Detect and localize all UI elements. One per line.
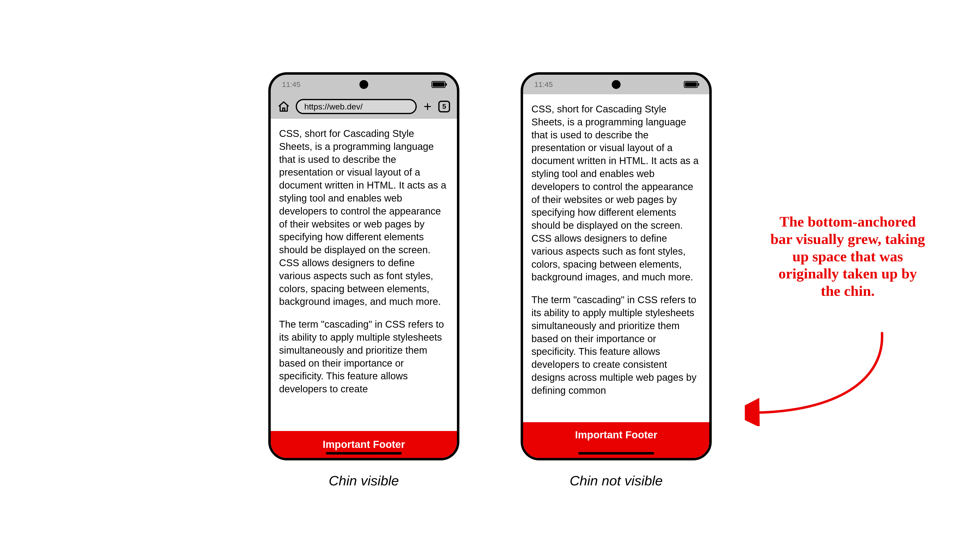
footer-label: Important Footer	[575, 429, 657, 441]
page-viewport: CSS, short for Cascading Style Sheets, i…	[523, 94, 709, 458]
home-indicator-icon	[326, 452, 402, 454]
caption-left: Chin visible	[329, 473, 399, 489]
camera-dot-icon	[612, 80, 620, 89]
status-time: 11:45	[282, 80, 301, 89]
home-icon[interactable]	[278, 100, 290, 113]
url-text: https://web.dev/	[304, 102, 363, 111]
status-time: 11:45	[535, 80, 553, 89]
device-frame-right: 11:45 CSS, short for Cascading Style She…	[520, 72, 712, 460]
paragraph-1: CSS, short for Cascading Style Sheets, i…	[279, 127, 449, 308]
comparison-stage: 11:45 https://web.dev/ + 5	[0, 0, 980, 551]
new-tab-button[interactable]: +	[423, 100, 433, 113]
tab-count-button[interactable]: 5	[438, 101, 450, 113]
page-viewport: CSS, short for Cascading Style Sheets, i…	[271, 119, 457, 458]
footer-label: Important Footer	[323, 438, 405, 450]
battery-icon	[431, 81, 445, 88]
camera-dot-icon	[360, 80, 368, 89]
device-frame-left: 11:45 https://web.dev/ + 5	[268, 72, 460, 460]
url-bar[interactable]: https://web.dev/	[296, 99, 417, 114]
example-chin-visible: 11:45 https://web.dev/ + 5	[268, 72, 460, 489]
browser-chrome: https://web.dev/ + 5	[271, 94, 457, 119]
page-content[interactable]: CSS, short for Cascading Style Sheets, i…	[523, 94, 709, 422]
example-chin-hidden: 11:45 CSS, short for Cascading Style She…	[520, 72, 712, 489]
battery-icon	[684, 81, 698, 88]
status-bar: 11:45	[271, 75, 457, 94]
paragraph-2: The term "cascading" in CSS refers to it…	[279, 318, 449, 395]
paragraph-2: The term "cascading" in CSS refers to it…	[531, 294, 701, 397]
page-content[interactable]: CSS, short for Cascading Style Sheets, i…	[271, 119, 457, 431]
home-indicator-icon	[578, 452, 654, 454]
caption-right: Chin not visible	[570, 473, 663, 489]
paragraph-1: CSS, short for Cascading Style Sheets, i…	[531, 103, 701, 284]
status-bar: 11:45	[523, 75, 709, 94]
